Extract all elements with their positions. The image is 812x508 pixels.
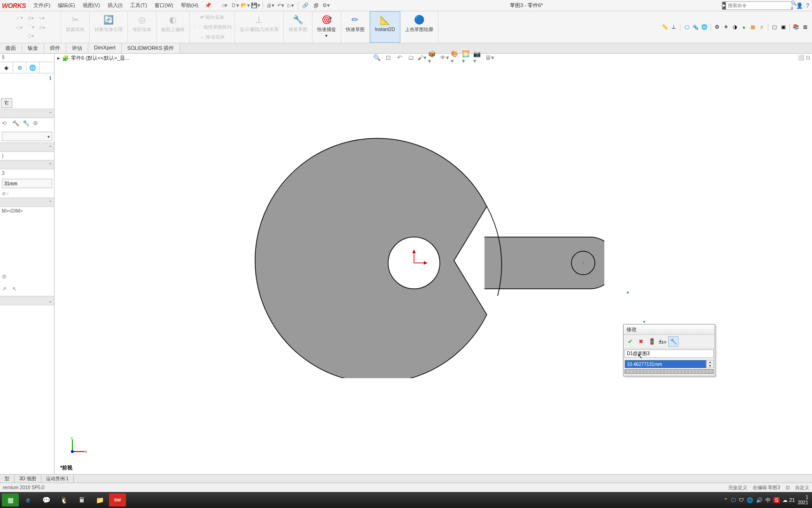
quick-sketch-button[interactable]: ✏快速草图 [343,12,367,34]
grid-icon[interactable]: ▦ [749,23,757,32]
spin-up-icon[interactable]: ▲ [707,360,713,364]
hide-show-icon[interactable]: 👁▾ [439,52,450,63]
panel-icon[interactable]: ⊞ [801,23,809,32]
tab-surface[interactable]: 曲面 [0,43,22,53]
tab-evaluate[interactable]: 评估 [66,43,88,53]
menu-view[interactable]: 视图(V) [79,2,104,9]
dimension-name-input[interactable] [625,349,714,358]
convert-button[interactable]: 🔄转换实体引用 [92,12,125,34]
tab-motion[interactable]: 运动算例 1 [41,475,74,483]
dimension-thumbwheel[interactable] [625,369,714,374]
circle-tool-icon[interactable]: ⊙▾ [27,15,35,21]
dim-handle-bottom[interactable] [643,320,646,323]
new-icon[interactable]: 🗋▾ [230,1,240,10]
screen-icon[interactable]: 🖵 [682,23,691,32]
tray-app-icon[interactable]: S [773,497,780,503]
box1-icon[interactable]: ▢ [770,23,779,32]
appearance-icon[interactable]: 🎨▾ [451,52,461,63]
tray-ime[interactable]: 中 [765,497,771,504]
dim-icon-a[interactable]: ⊘ [2,191,6,196]
menu-file[interactable]: 文件(F) [30,2,54,9]
leader-icon-1[interactable]: ↗ [2,286,10,294]
spin-down-icon[interactable]: ▼ [707,364,713,368]
home-icon[interactable]: ⌂▾ [220,1,229,10]
trim-button[interactable]: ✂黑裁实体 [63,12,87,34]
menu-window[interactable]: 窗口(W) [151,2,177,9]
solidworks-taskbar-icon[interactable]: SW [109,493,126,507]
dialog-cancel-button[interactable]: ✖ [636,336,646,347]
undo-icon[interactable]: ↶▾ [276,1,285,10]
confirm-corner-x[interactable]: ⊡ [806,55,810,61]
tray-volume-icon[interactable]: 🔊 [756,497,763,503]
dialog-rebuild-button[interactable]: 🚦 [647,336,657,347]
panel-tab-3[interactable]: 🌐 [26,62,39,73]
linear-pattern-button[interactable]: ⋮⋮ 线性草图阵列 [192,24,233,31]
menu-tools[interactable]: 工具(T) [126,2,151,9]
menu-insert[interactable]: 插入(I) [104,2,126,9]
dim-icon-b[interactable]: ↕ [7,191,9,196]
polygon-tool-icon[interactable]: ⬠▾ [26,33,35,39]
spline-tool-icon[interactable]: ∿▾ [38,15,46,21]
breadcrumb[interactable]: ▸ 🧩 零件6 (默认<<默认>_显... [57,55,129,62]
display-style-icon[interactable]: 🖌▾ [417,52,427,63]
ruler-icon[interactable]: 📏 [661,23,669,32]
panel-tab-1[interactable]: ◈ [0,62,13,73]
tray-up-icon[interactable]: ⌃ [724,497,728,503]
settings-icon[interactable]: ⚙▾ [321,1,331,10]
section-header-1[interactable]: ⌃ [0,109,54,118]
calc-icon[interactable]: 🖩 [73,493,90,507]
globe-icon[interactable]: 🌐 [700,23,709,32]
dim-value-input[interactable] [2,179,52,188]
line-tool-icon[interactable]: ／▾ [15,14,24,22]
tray-shield-icon[interactable]: 🛡 [739,497,744,503]
tray-network-icon[interactable]: 🌐 [747,497,753,503]
explorer-icon[interactable]: 📁 [91,493,108,507]
search-play-icon[interactable]: ▶ [722,2,726,9]
eclipse-icon[interactable]: ◑ [731,23,739,32]
tab-weld[interactable]: 焊件 [44,43,66,53]
expand-icon[interactable]: ▸ [57,55,60,61]
green-circle-icon[interactable]: ● [740,23,748,32]
status-units-icon[interactable]: ⊡ [786,485,789,490]
instant2d-button[interactable]: 📐Instant2D [372,13,398,33]
leader-icon-2[interactable]: ↖ [12,286,21,294]
edge-icon[interactable]: e [20,493,37,507]
tab-addins[interactable]: SOLIDWORKS 插件 [122,43,180,53]
section-header-3[interactable]: ⌃ [0,160,54,169]
sun-icon[interactable]: ☀ [722,23,730,32]
rebuild-icon[interactable]: 🔗 [301,1,310,10]
tray-monitor-icon[interactable]: 🖵 [731,497,736,503]
print-icon[interactable]: 🖨▾ [265,1,275,10]
perp-icon[interactable]: ⊥ [670,23,678,32]
tab-dimxpert[interactable]: DimXpert [88,43,122,53]
quick-snap-button[interactable]: 🎯快速捕捉▾ [314,12,339,39]
user-icon[interactable]: 👤 [796,2,803,9]
combo-1[interactable]: ▾ [2,132,52,141]
zoom-fit-icon[interactable]: 🔍 [372,52,382,63]
qq-icon[interactable]: 🐧 [55,493,72,507]
icon-4[interactable]: ⚙ [33,120,41,128]
dialog-ok-button[interactable]: ✔ [625,336,635,347]
offset-button[interactable]: ◎等距实体 [130,12,154,34]
hash-icon[interactable]: # [757,23,766,32]
select-icon[interactable]: ▷▾ [286,1,296,10]
tab-3dview[interactable]: 3D 视图 [15,475,41,483]
render-icon[interactable]: 📷▾ [473,52,484,63]
menu-edit[interactable]: 编辑(E) [54,2,79,9]
section-header-4[interactable]: ⌃ [0,198,54,207]
viewport-icon[interactable]: 🖥▾ [484,52,495,63]
shade-sketch-button[interactable]: 🔵上色草图轮廓 [402,12,436,34]
other-button[interactable]: 它 [1,98,12,108]
rect-tool-icon[interactable]: ▭▾ [15,24,23,31]
repair-sketch-button[interactable]: 🔧修复草图 [286,12,310,34]
scene-icon[interactable]: 🌅▾ [462,52,472,63]
panel-tab-2[interactable]: ⊕ [13,62,26,73]
menu-help[interactable]: 帮助(H) [177,2,202,9]
confirm-corner-ok[interactable]: ⬜ [798,55,804,61]
point-tool-icon[interactable]: ⊙▾ [38,24,46,31]
layers-icon[interactable]: 📚 [792,23,800,32]
zoom-area-icon[interactable]: ⊡ [383,52,393,63]
dialog-spin-button[interactable]: 🔧 [668,336,679,347]
open-icon[interactable]: 📂▾ [241,1,250,10]
help-icon[interactable]: ? [806,2,809,9]
